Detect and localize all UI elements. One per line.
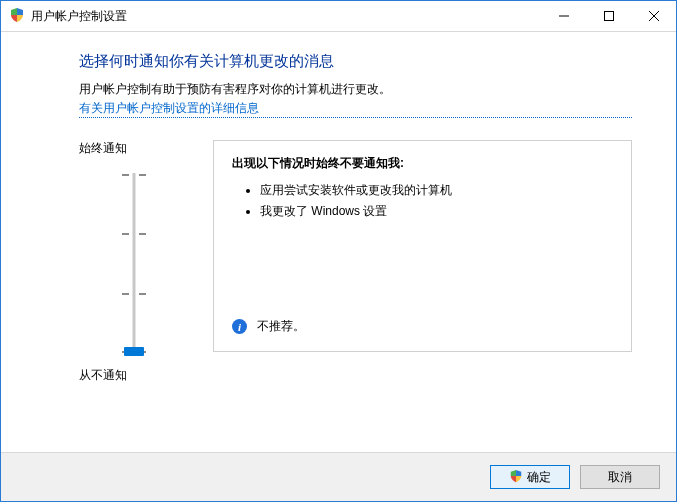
- title-left: 用户帐户控制设置: [1, 7, 541, 26]
- shield-icon: [9, 7, 25, 26]
- content: 选择何时通知你有关计算机更改的消息 用户帐户控制有助于预防有害程序对你的计算机进…: [1, 32, 676, 452]
- slider-bottom-label: 从不通知: [79, 367, 127, 384]
- panel-footer-text: 不推荐。: [257, 318, 305, 335]
- panel-bullet-list: 应用尝试安装软件或更改我的计算机 我更改了 Windows 设置: [232, 182, 613, 220]
- uac-slider[interactable]: [114, 173, 154, 353]
- ok-button[interactable]: 确定: [490, 465, 570, 489]
- content-inner: 选择何时通知你有关计算机更改的消息 用户帐户控制有助于预防有害程序对你的计算机进…: [1, 48, 676, 452]
- minimize-button[interactable]: [541, 2, 586, 31]
- slider-thumb[interactable]: [124, 347, 144, 356]
- slider-tick: [122, 233, 146, 235]
- close-button[interactable]: [631, 2, 676, 31]
- page-description: 用户帐户控制有助于预防有害程序对你的计算机进行更改。: [79, 81, 632, 98]
- button-bar: 确定 取消: [1, 452, 676, 501]
- body-row: 始终通知 从不通知 出现以下情况时始终不要通知我: 应用尝: [79, 140, 632, 452]
- panel-bullet: 应用尝试安装软件或更改我的计算机: [260, 182, 613, 199]
- titlebar: 用户帐户控制设置: [1, 1, 676, 32]
- panel-footer: i 不推荐。: [232, 318, 305, 335]
- panel-bullet: 我更改了 Windows 设置: [260, 203, 613, 220]
- panel-title: 出现以下情况时始终不要通知我:: [232, 155, 613, 172]
- page-heading: 选择何时通知你有关计算机更改的消息: [79, 52, 632, 71]
- info-panel: 出现以下情况时始终不要通知我: 应用尝试安装软件或更改我的计算机 我更改了 Wi…: [213, 140, 632, 352]
- shield-icon: [509, 469, 523, 486]
- learn-more-link[interactable]: 有关用户帐户控制设置的详细信息: [79, 100, 632, 118]
- cancel-button[interactable]: 取消: [580, 465, 660, 489]
- slider-tick: [122, 293, 146, 295]
- uac-window: 用户帐户控制设置 选择何时通知你有关计算机更改的消息 用户帐户控制有助于预防有害…: [0, 0, 677, 502]
- ok-button-label: 确定: [527, 469, 551, 486]
- cancel-button-label: 取消: [608, 469, 632, 486]
- slider-top-label: 始终通知: [79, 140, 127, 157]
- slider-tick: [122, 174, 146, 176]
- info-icon: i: [232, 319, 247, 334]
- window-title: 用户帐户控制设置: [31, 8, 127, 25]
- slider-column: 始终通知 从不通知: [79, 140, 189, 452]
- slider-track: [133, 173, 136, 353]
- maximize-button[interactable]: [586, 2, 631, 31]
- svg-rect-0: [604, 12, 613, 21]
